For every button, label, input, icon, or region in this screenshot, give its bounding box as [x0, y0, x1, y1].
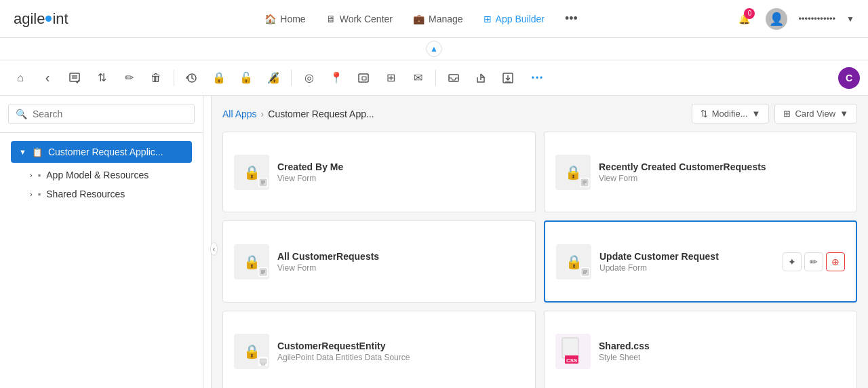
user-icon: 👤 [769, 12, 784, 26]
collapse-button[interactable]: ‹ [210, 242, 218, 256]
toolbar-export-button[interactable] [496, 66, 520, 90]
user-menu-chevron[interactable]: ▼ [846, 14, 854, 24]
sidebar-collapse-handle[interactable]: ‹ [203, 96, 212, 388]
toolbar-unlock-button[interactable]: 🔓 [234, 66, 258, 90]
toolbar-inbox-button[interactable] [441, 66, 466, 90]
card-title-5: CustomerRequestEntity [277, 341, 524, 351]
sort-button[interactable]: ⇅ Modifie... ▼ [692, 104, 770, 123]
card-info-recently-created: Recently Created CustomerRequests View F… [599, 161, 846, 183]
monitor-icon: 🖥 [326, 14, 336, 24]
header-controls: ⇅ Modifie... ▼ ⊞ Card View ▼ [692, 104, 857, 123]
nav-home[interactable]: 🏠 Home [264, 14, 305, 24]
svg-text:CSS: CSS [566, 357, 578, 364]
view-button[interactable]: ⊞ Card View ▼ [774, 104, 857, 123]
nav-appbuilder[interactable]: ⊞ App Builder [484, 14, 545, 24]
card-icon-created-by-me: 🔒 [234, 155, 269, 190]
card-created-by-me[interactable]: 🔒 Created By Me View Form [222, 132, 536, 212]
sidebar-item-app-model[interactable]: › ▪ App Model & Resources [22, 166, 203, 185]
svg-rect-29 [562, 338, 578, 358]
sidebar-tree: ▼ 📋 Customer Request Applic... › ▪ App M… [0, 133, 203, 388]
card-move-button[interactable]: ⊕ [826, 252, 845, 271]
notification-button[interactable]: 🔔 0 [733, 8, 755, 30]
toolbar-new-button[interactable] [62, 66, 87, 90]
chevron-left-icon: ‹ [213, 246, 215, 253]
toolbar-delete-button[interactable]: 🗑 [144, 66, 168, 90]
tree-children: › ▪ App Model & Resources › ▪ Shared Res… [0, 166, 203, 203]
sort-label: Modifie... [712, 109, 748, 119]
doc-badge-4 [580, 267, 590, 277]
top-navigation: agileint 🏠 Home 🖥 Work Center 💼 Manage ⊞… [0, 0, 868, 38]
toolbar-lockalt-button[interactable]: 🔏 [261, 66, 285, 90]
notification-badge: 0 [744, 8, 755, 19]
card-info-entity: CustomerRequestEntity AgilePoint Data En… [277, 341, 524, 362]
search-input[interactable] [33, 109, 187, 119]
svg-rect-25 [260, 359, 267, 364]
toolbar-purple-button[interactable]: C [838, 67, 860, 89]
card-info-update-request: Update Customer Request Update Form [599, 251, 774, 273]
toolbar-mail-button[interactable]: ✉ [406, 66, 430, 90]
folder-icon-2: ▪ [38, 170, 41, 180]
card-icon-entity: 🔒 [234, 334, 269, 369]
user-avatar: 👤 [766, 8, 787, 30]
doc-badge [258, 178, 268, 187]
logo-dot [45, 16, 52, 22]
toolbar-lock-button[interactable]: 🔒 [207, 66, 231, 90]
nav-collapse-toggle[interactable]: ▲ [0, 38, 868, 60]
toolbar-sort-button[interactable]: ⇅ [90, 66, 114, 90]
search-box: 🔍 [0, 96, 203, 133]
nav-more-button[interactable]: ••• [565, 12, 578, 26]
card-recently-created[interactable]: 🔒 Recently Created CustomerRequests View… [544, 132, 857, 212]
grid-icon: ⊞ [484, 14, 492, 24]
toolbar-edit-button[interactable]: ✏ [117, 66, 141, 90]
sidebar-item-customer-request-app[interactable]: ▼ 📋 Customer Request Applic... [11, 141, 192, 163]
card-edit-button[interactable]: ✏ [804, 252, 823, 271]
user-name: •••••••••••• [798, 14, 835, 24]
tree-root-item: ▼ 📋 Customer Request Applic... [0, 138, 203, 166]
toolbar: ⌂ ‹ ⇅ ✏ 🗑 🔒 🔓 🔏 ◎ 📍 ⊞ ✉ ••• C [0, 60, 868, 96]
toolbar-shareout-button[interactable] [469, 66, 493, 90]
card-customer-request-entity[interactable]: 🔒 CustomerRequestEntity AgilePoint Data … [222, 311, 536, 388]
monitor-badge [258, 357, 268, 366]
card-icon-css: CSS [555, 334, 591, 369]
toolbar-more-button[interactable]: ••• [526, 66, 550, 90]
nav-manage[interactable]: 💼 Manage [413, 14, 463, 24]
toolbar-divider-2 [291, 70, 292, 86]
toolbar-home-button[interactable]: ⌂ [8, 66, 33, 90]
breadcrumb-separator: › [261, 109, 264, 119]
tree-expand-icon-2: › [30, 171, 33, 179]
lock-icon: 🔒 [243, 164, 260, 180]
nav-workcenter[interactable]: 🖥 Work Center [326, 14, 393, 24]
breadcrumb: All Apps › Customer Request App... [222, 109, 684, 119]
toolbar-window-button[interactable] [351, 66, 376, 90]
lock-icon-4: 🔒 [566, 254, 583, 270]
toolbar-history-button[interactable] [180, 66, 204, 90]
card-subtitle-2: View Form [599, 174, 846, 183]
lock-icon-2: 🔒 [565, 164, 582, 180]
logo[interactable]: agileint [14, 10, 68, 28]
nav-home-label: Home [280, 14, 305, 24]
card-shared-css[interactable]: CSS Shared.css Style Sheet [544, 311, 857, 388]
card-all-customer-requests[interactable]: 🔒 All CustomerRequests View Form [222, 220, 536, 303]
svg-rect-3 [362, 77, 366, 80]
doc-badge-3 [258, 267, 268, 277]
tree-expand-icon-3: › [30, 190, 33, 198]
sidebar-item-shared-resources[interactable]: › ▪ Shared Resources [22, 185, 203, 203]
card-update-customer-request[interactable]: 🔒 Update Customer Request Update Form ✦ … [544, 220, 857, 303]
card-actions-update: ✦ ✏ ⊕ [783, 252, 845, 271]
breadcrumb-all-apps[interactable]: All Apps [222, 109, 257, 119]
briefcase-icon: 💼 [413, 14, 425, 24]
sidebar-item-label: Customer Request Applic... [48, 147, 163, 157]
card-settings-button[interactable]: ✦ [783, 252, 802, 271]
doc-badge-2 [580, 178, 589, 187]
content-area: All Apps › Customer Request App... ⇅ Mod… [212, 96, 868, 388]
toolbar-location-button[interactable]: 📍 [324, 66, 349, 90]
folder-icon-3: ▪ [38, 189, 41, 199]
sort-chevron-icon: ▼ [752, 109, 761, 119]
lock-icon-3: 🔒 [243, 254, 260, 270]
search-icon: 🔍 [16, 109, 27, 119]
toolbar-grid-button[interactable]: ⊞ [378, 66, 403, 90]
toolbar-target-button[interactable]: ◎ [297, 66, 321, 90]
logo-text2: int [52, 10, 68, 28]
toolbar-back-button[interactable]: ‹ [35, 66, 60, 90]
tree-expand-icon: ▼ [19, 148, 26, 156]
